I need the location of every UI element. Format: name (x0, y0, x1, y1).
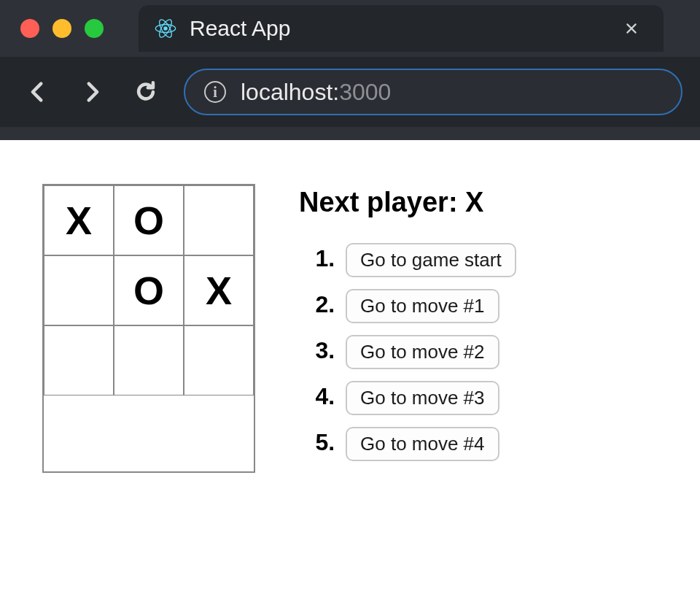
url-host: localhost: (241, 79, 339, 105)
maximize-window-button[interactable] (85, 19, 104, 38)
close-tab-button[interactable] (621, 18, 642, 39)
board-square-2[interactable] (184, 185, 254, 255)
browser-chrome: React App i localhost:3000 (0, 0, 700, 140)
board-square-7[interactable] (114, 325, 184, 395)
game-info: Next player: X Go to game start Go to mo… (299, 184, 516, 473)
react-icon (155, 18, 176, 39)
game-board: X O O X (42, 184, 255, 473)
board-square-5[interactable]: X (184, 255, 254, 325)
site-info-icon[interactable]: i (204, 81, 226, 103)
minimize-window-button[interactable] (52, 19, 71, 38)
goto-move-button[interactable]: Go to game start (346, 243, 516, 277)
board-square-0[interactable]: X (44, 185, 114, 255)
url-port: 3000 (339, 79, 391, 105)
reload-button[interactable] (130, 76, 162, 108)
back-button[interactable] (22, 76, 54, 108)
tab-strip: React App (0, 0, 700, 57)
address-bar[interactable]: i localhost:3000 (184, 69, 682, 115)
board-square-4[interactable]: O (114, 255, 184, 325)
close-window-button[interactable] (20, 19, 39, 38)
move-history-item: Go to move #1 (341, 289, 516, 323)
forward-button[interactable] (76, 76, 108, 108)
page-content: X O O X Next player: X Go to game start … (0, 140, 700, 473)
board-square-3[interactable] (44, 255, 114, 325)
move-history-item: Go to game start (341, 243, 516, 277)
goto-move-button[interactable]: Go to move #2 (346, 335, 499, 369)
board-square-8[interactable] (184, 325, 254, 395)
board-square-6[interactable] (44, 325, 114, 395)
move-history-item: Go to move #2 (341, 335, 516, 369)
move-history-list: Go to game start Go to move #1 Go to mov… (299, 243, 516, 461)
game-status: Next player: X (299, 187, 516, 218)
browser-toolbar: i localhost:3000 (0, 57, 700, 127)
svg-point-0 (163, 26, 167, 30)
goto-move-button[interactable]: Go to move #4 (346, 427, 499, 461)
tab-title: React App (190, 16, 608, 41)
goto-move-button[interactable]: Go to move #3 (346, 381, 499, 415)
window-controls (20, 19, 104, 38)
browser-tab[interactable]: React App (139, 5, 664, 52)
goto-move-button[interactable]: Go to move #1 (346, 289, 499, 323)
move-history-item: Go to move #3 (341, 381, 516, 415)
move-history-item: Go to move #4 (341, 427, 516, 461)
board-square-1[interactable]: O (114, 185, 184, 255)
